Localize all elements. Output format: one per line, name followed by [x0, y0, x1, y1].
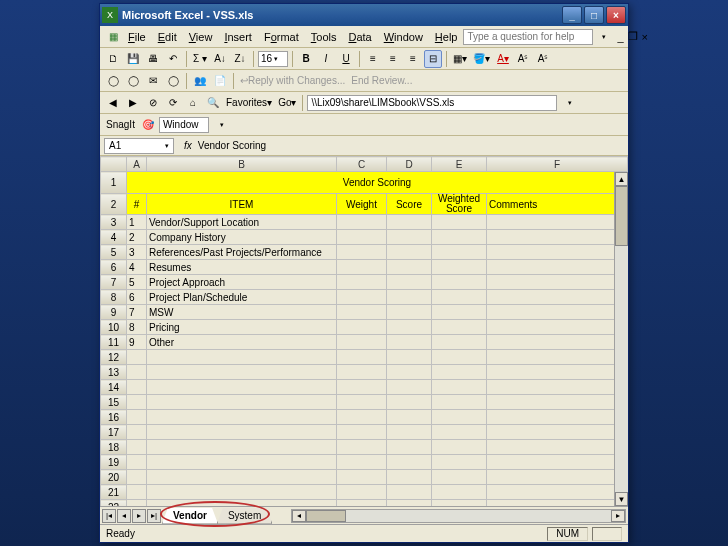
cell[interactable] [487, 410, 628, 425]
home-icon[interactable]: ⌂ [184, 94, 202, 112]
tab-nav-next-icon[interactable]: ▸ [132, 509, 146, 523]
close-button[interactable]: × [606, 6, 626, 24]
scroll-thumb[interactable] [306, 510, 346, 522]
cell[interactable] [432, 410, 487, 425]
row-header[interactable]: 8 [101, 290, 127, 305]
cell[interactable] [487, 455, 628, 470]
col-header[interactable]: A [127, 157, 147, 172]
cell[interactable] [432, 260, 487, 275]
cell[interactable] [127, 350, 147, 365]
scroll-right-icon[interactable]: ▸ [611, 510, 625, 522]
formula-value[interactable]: Vendor Scoring [198, 140, 266, 151]
print-icon[interactable]: 🖶 [144, 50, 162, 68]
cell[interactable] [127, 380, 147, 395]
fx-icon[interactable]: fx [184, 140, 192, 151]
cell[interactable] [387, 320, 432, 335]
tool-icon[interactable]: ✉ [144, 72, 162, 90]
font-color-icon[interactable]: A▾ [494, 50, 512, 68]
save-icon[interactable]: 💾 [124, 50, 142, 68]
row-header[interactable]: 20 [101, 470, 127, 485]
cell[interactable] [432, 230, 487, 245]
cell[interactable] [487, 290, 628, 305]
cell[interactable]: Project Plan/Schedule [147, 290, 337, 305]
tool-icon[interactable]: 👥 [191, 72, 209, 90]
cell[interactable] [337, 230, 387, 245]
cell[interactable]: 4 [127, 260, 147, 275]
cell[interactable] [487, 230, 628, 245]
align-center-icon[interactable]: ≡ [384, 50, 402, 68]
cell[interactable] [147, 395, 337, 410]
cell[interactable] [432, 245, 487, 260]
cell[interactable] [487, 245, 628, 260]
cell[interactable] [432, 275, 487, 290]
cell[interactable] [432, 335, 487, 350]
cell[interactable] [432, 365, 487, 380]
cell[interactable] [337, 395, 387, 410]
help-search-input[interactable] [463, 29, 593, 45]
cell[interactable] [487, 470, 628, 485]
cell[interactable] [432, 350, 487, 365]
cell[interactable] [337, 260, 387, 275]
cell[interactable] [432, 455, 487, 470]
row-header[interactable]: 9 [101, 305, 127, 320]
row-header[interactable]: 14 [101, 380, 127, 395]
cell[interactable] [432, 305, 487, 320]
col-header[interactable]: B [147, 157, 337, 172]
row-header[interactable]: 1 [101, 172, 127, 194]
cell[interactable] [432, 485, 487, 500]
cell[interactable] [387, 380, 432, 395]
go-button[interactable]: Go▾ [276, 94, 298, 112]
cell[interactable] [147, 365, 337, 380]
borders-icon[interactable]: ▦▾ [451, 50, 469, 68]
cell[interactable]: Resumes [147, 260, 337, 275]
cell[interactable] [147, 485, 337, 500]
row-header[interactable]: 7 [101, 275, 127, 290]
sheet-tab-vendor[interactable]: Vendor [162, 508, 218, 524]
row-header[interactable]: 13 [101, 365, 127, 380]
row-header[interactable]: 11 [101, 335, 127, 350]
row-header[interactable]: 18 [101, 440, 127, 455]
cell[interactable] [337, 365, 387, 380]
row-header[interactable]: 5 [101, 245, 127, 260]
tool-icon[interactable]: ◯ [124, 72, 142, 90]
row-header[interactable]: 17 [101, 425, 127, 440]
scroll-left-icon[interactable]: ◂ [292, 510, 306, 522]
increase-font-icon[interactable]: Aˢ [514, 50, 532, 68]
header-num[interactable]: # [127, 194, 147, 215]
cell[interactable] [432, 395, 487, 410]
cell[interactable] [337, 380, 387, 395]
tab-nav-prev-icon[interactable]: ◂ [117, 509, 131, 523]
cell[interactable] [387, 245, 432, 260]
row-header[interactable]: 16 [101, 410, 127, 425]
cell[interactable] [337, 305, 387, 320]
cell[interactable] [147, 425, 337, 440]
sheet-tab-system[interactable]: System [217, 508, 272, 524]
cell[interactable] [337, 410, 387, 425]
address-input[interactable]: \\Lix09\share\LIMSbook\VSS.xls [307, 95, 557, 111]
cell[interactable] [337, 290, 387, 305]
cell[interactable] [487, 260, 628, 275]
fontsize-input[interactable]: 16▾ [258, 51, 288, 67]
cell[interactable]: Pricing [147, 320, 337, 335]
cell[interactable]: 6 [127, 290, 147, 305]
cell[interactable] [337, 470, 387, 485]
cell[interactable] [147, 470, 337, 485]
header-score[interactable]: Score [387, 194, 432, 215]
spreadsheet-table[interactable]: A B C D E F 1 Vendor Scoring 2 # ITEM We… [100, 156, 628, 506]
address-dropdown-icon[interactable]: ▾ [561, 94, 579, 112]
cell[interactable] [127, 365, 147, 380]
cell[interactable]: Project Approach [147, 275, 337, 290]
cell[interactable] [387, 335, 432, 350]
cell[interactable] [487, 380, 628, 395]
cell[interactable] [337, 440, 387, 455]
cell[interactable] [432, 215, 487, 230]
cell[interactable] [337, 350, 387, 365]
cell[interactable] [127, 440, 147, 455]
col-header[interactable]: D [387, 157, 432, 172]
select-all-corner[interactable] [101, 157, 127, 172]
menu-edit[interactable]: Edit [152, 29, 183, 45]
cell[interactable] [337, 485, 387, 500]
cell[interactable] [387, 260, 432, 275]
cell[interactable] [387, 455, 432, 470]
cell[interactable]: References/Past Projects/Performance [147, 245, 337, 260]
